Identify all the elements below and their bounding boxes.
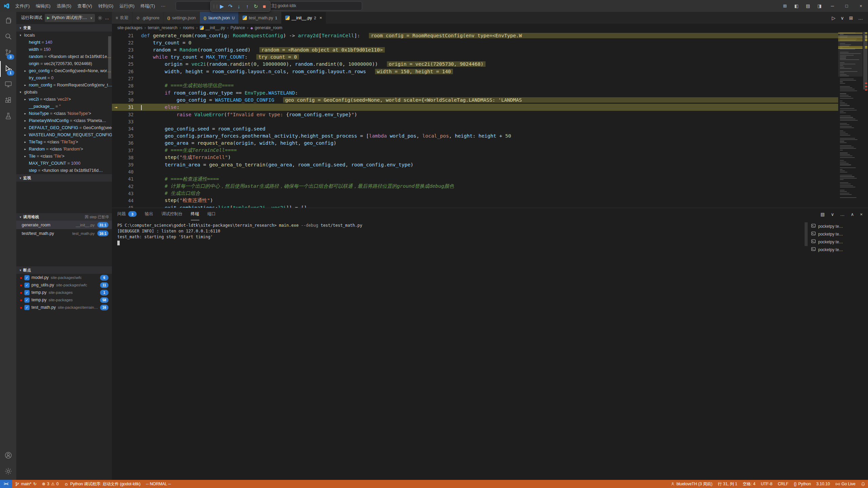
- step-over-button[interactable]: ↷: [226, 2, 235, 11]
- variable-row[interactable]: ▸NoiseType = <class 'NoiseType'>: [16, 110, 112, 117]
- code-line[interactable]: 24 while try_count < MAX_TRY_COUNT:try_c…: [112, 54, 838, 61]
- terminal-views-button[interactable]: ▤: [821, 212, 825, 217]
- go-live[interactable]: Go Live: [833, 480, 858, 488]
- breadcrumb-item[interactable]: Pylance: [231, 25, 245, 30]
- variable-row[interactable]: ▸PlanetaryWindConfig = <class 'Planeta…: [16, 117, 112, 124]
- code-line[interactable]: 25 origin = vec2i(random.randint(0, 1000…: [112, 61, 838, 68]
- step-out-button[interactable]: ↑: [243, 2, 252, 11]
- variable-row[interactable]: try_count = 0: [16, 74, 112, 81]
- minimize-button[interactable]: ─: [825, 0, 840, 12]
- code-line[interactable]: 22 try_count = 0: [112, 39, 838, 46]
- editor-tab[interactable]: __init__.py2×: [281, 12, 326, 24]
- panel-tab[interactable]: 终端: [191, 208, 199, 220]
- variable-row[interactable]: ▸WASTELAND_ROOM_REQUEST_CONFIG = RoomR…: [16, 131, 112, 138]
- language-mode[interactable]: {}Python: [791, 480, 813, 488]
- breadcrumb-item[interactable]: __init__.py: [200, 25, 225, 30]
- callstack-section-header[interactable]: ∨调用堆栈因 step 已暂停: [16, 213, 112, 221]
- menu-item[interactable]: 查看(V): [74, 2, 95, 11]
- menu-item[interactable]: 终端(T): [137, 2, 158, 11]
- activity-source-control[interactable]: 3: [0, 45, 16, 61]
- code-line[interactable]: 38 step("生成TerrainCell"): [112, 154, 838, 161]
- breakpoint-checkbox[interactable]: ✓: [24, 305, 29, 310]
- panel-maximize-button[interactable]: ∧: [851, 212, 854, 217]
- toggle-primary-sidebar-icon[interactable]: ◧: [791, 0, 802, 12]
- code-line[interactable]: 44 step("检查连通性"): [112, 197, 838, 204]
- restart-button[interactable]: ↻: [252, 2, 260, 11]
- breadcrumb-item[interactable]: site-packages: [117, 25, 142, 30]
- terminal-list-item[interactable]: pocketpy te…: [811, 222, 863, 230]
- terminal-list-item[interactable]: pocketpy te…: [811, 238, 863, 246]
- code-line[interactable]: 29 if room_config.env_type == EnvType.WA…: [112, 89, 838, 97]
- breakpoint-checkbox[interactable]: ✓: [24, 275, 29, 280]
- menu-item[interactable]: 选择(S): [54, 2, 74, 11]
- debug-more-icon[interactable]: …: [105, 16, 110, 20]
- panel-more-button[interactable]: …: [840, 212, 845, 217]
- code-line[interactable]: 40: [112, 168, 838, 176]
- watch-section-header[interactable]: ∨监视: [16, 174, 112, 182]
- python-version[interactable]: 3.10.10: [814, 480, 833, 488]
- activity-accounts[interactable]: [0, 448, 16, 464]
- variable-scope-row[interactable]: ▾globals: [16, 88, 112, 96]
- activity-search[interactable]: [0, 29, 16, 45]
- breakpoint-checkbox[interactable]: ✓: [24, 283, 29, 288]
- code-line[interactable]: 28 # ====生成初始地理信息====: [112, 82, 838, 89]
- breakpoint-row[interactable]: ●✓temp.pysite-packages58: [16, 296, 112, 304]
- code-line[interactable]: 21def generate_room(room_config: RoomReq…: [112, 32, 838, 39]
- breakpoint-row[interactable]: ●✓temp.pysite-packages1: [16, 289, 112, 296]
- editor-tab[interactable]: test_math.py1: [239, 12, 281, 24]
- git-branch[interactable]: main*↻: [12, 480, 39, 488]
- overview-ruler[interactable]: [863, 32, 868, 208]
- step-into-button[interactable]: ↓: [235, 2, 243, 11]
- breakpoint-checkbox[interactable]: ✓: [24, 290, 29, 295]
- panel-close-button[interactable]: ×: [860, 212, 863, 217]
- variable-row[interactable]: ▸Random = <class 'Random'>: [16, 145, 112, 152]
- eol[interactable]: CRLF: [775, 480, 791, 488]
- code-line[interactable]: 27: [112, 75, 838, 82]
- notifications[interactable]: [858, 480, 868, 488]
- toggle-panel-icon[interactable]: ▤: [802, 0, 814, 12]
- menu-item[interactable]: 文件(F): [12, 2, 33, 11]
- terminal-views-dropdown[interactable]: ∨: [831, 212, 834, 217]
- activity-testing[interactable]: [0, 109, 16, 125]
- variable-row[interactable]: ▸DEFAULT_GEO_CONFIG = GeoConfig(seed=1…: [16, 124, 112, 131]
- menu-item[interactable]: 编辑(E): [33, 2, 54, 11]
- close-icon[interactable]: ×: [319, 15, 322, 20]
- terminal-output[interactable]: PS C:\computer_science\godot-ldtk\site-p…: [112, 220, 868, 247]
- code-line[interactable]: 33: [112, 118, 838, 125]
- code-line[interactable]: 42 # 计算每一个出口的中心，然后使用astar生成路径，确保每一个出口组合都…: [112, 183, 838, 190]
- breakpoint-row[interactable]: ●✓png_utils.pysite-packages\wfc11: [16, 281, 112, 289]
- scrollbar-thumb[interactable]: [108, 36, 111, 79]
- customize-layout-icon[interactable]: ⊞: [779, 0, 791, 12]
- toggle-secondary-sidebar-icon[interactable]: ◨: [814, 0, 825, 12]
- variable-row[interactable]: ▸geo_config = GeoConfig(seed=None, wor…: [16, 67, 112, 74]
- variable-row[interactable]: random = <Random object at 0x1bf9d01e…: [16, 53, 112, 60]
- code-line[interactable]: 36 geo_area = request_area(origin, width…: [112, 140, 838, 147]
- code-line[interactable]: 23 random = Random(room_config.seed)rand…: [112, 46, 838, 53]
- variable-row[interactable]: ▸Tile = <class 'Tile'>: [16, 152, 112, 160]
- activity-extensions[interactable]: [0, 93, 16, 109]
- breakpoint-row[interactable]: ●✓model.pysite-packages\wfc6: [16, 274, 112, 281]
- code-line[interactable]: 26 width, height = room_config.layout.n_…: [112, 68, 838, 75]
- panel-tab[interactable]: 问题3: [117, 208, 137, 220]
- activity-run-and-debug[interactable]: 1: [0, 61, 16, 77]
- breakpoint-row[interactable]: ●✓test_math.pysite-packages\terrain_res……: [16, 304, 112, 311]
- run-file-button[interactable]: ▷: [832, 15, 835, 21]
- start-debugging-icon[interactable]: ▶: [47, 16, 50, 20]
- editor-tab[interactable]: {}launch.jsonU: [200, 12, 239, 24]
- variable-row[interactable]: origin = vec2i(7205730, 9024468): [16, 60, 112, 67]
- stop-button[interactable]: ■: [260, 2, 269, 11]
- activity-explorer[interactable]: [0, 13, 16, 29]
- remote-indicator[interactable]: ><: [0, 480, 12, 488]
- breadcrumb-item[interactable]: terrain_research: [148, 25, 177, 30]
- code-line[interactable]: 32 raise ValueError(f"Invalid env type: …: [112, 111, 838, 118]
- run-file-dropdown[interactable]: ∨: [841, 15, 844, 21]
- variable-scope-row[interactable]: ▾locals: [16, 32, 112, 39]
- panel-tab[interactable]: 调试控制台: [161, 208, 183, 220]
- debug-config-select[interactable]: ▶Python 调试程序: 启…∨: [45, 14, 95, 22]
- editor-more-button[interactable]: …: [858, 15, 863, 21]
- code-line[interactable]: 35 geo_config.primary_forces.geothermal_…: [112, 133, 838, 140]
- stack-frame[interactable]: generate_room__init__.py31:1: [16, 221, 112, 229]
- problems[interactable]: ⊗3⚠0: [39, 480, 61, 488]
- code-line[interactable]: 43 # 生成出口组合: [112, 190, 838, 197]
- variable-row[interactable]: __package__ = '': [16, 103, 112, 110]
